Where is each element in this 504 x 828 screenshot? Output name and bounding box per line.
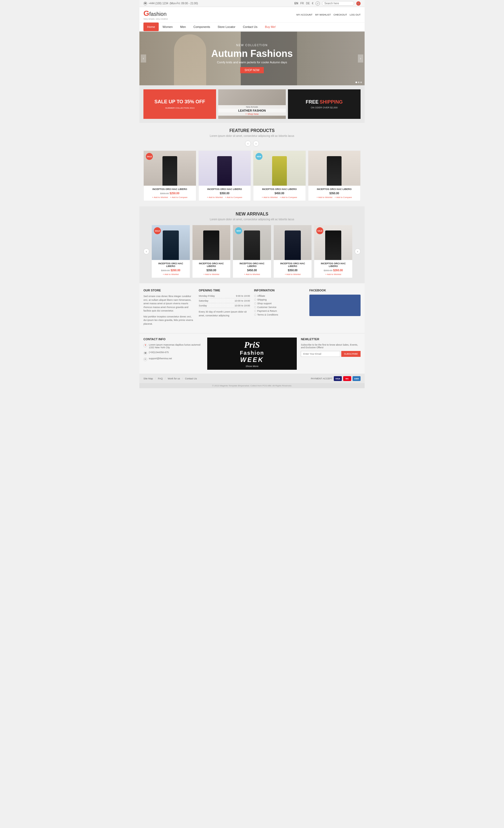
lang-fr[interactable]: FR: [300, 2, 304, 5]
navigation: Home Women Men Components Store Locator …: [139, 23, 365, 32]
cart-icon[interactable]: 🛒: [356, 1, 361, 6]
footer-work-for-us[interactable]: Work for us: [168, 377, 180, 380]
hours-sunday: Sunday 10:00 to 19:00: [199, 304, 250, 308]
footer-faq[interactable]: FAQ: [158, 377, 163, 380]
nav-contact-us[interactable]: Contact Us: [239, 23, 261, 31]
add-to-compare-3[interactable]: + Add to Compare: [280, 196, 297, 199]
promo-sale-banner[interactable]: SALE UP TO 35% OFF SUMMER COLLECTION 201…: [143, 89, 216, 119]
hero-content: NEW COLLECTION Autumn Fashions Comfy kni…: [211, 44, 293, 73]
logout-link[interactable]: LOG OUT: [350, 13, 361, 16]
na-wishlist-2[interactable]: + Add to Wishlist: [203, 273, 219, 276]
our-store-title: OUR STORE: [143, 289, 195, 292]
search-input[interactable]: [322, 1, 354, 6]
currency[interactable]: €: [312, 2, 313, 5]
my-wishlist-link[interactable]: MY WISHLIST: [315, 13, 331, 16]
hero-prev-button[interactable]: ‹: [141, 54, 146, 63]
newsletter-email-input[interactable]: [301, 351, 340, 357]
nav-store-locator[interactable]: Store Locator: [214, 23, 239, 31]
nav-home[interactable]: Home: [143, 23, 159, 31]
add-to-compare-1[interactable]: + Add to Compare: [170, 196, 188, 199]
na-wishlist-4[interactable]: + Add to Wishlist: [285, 273, 301, 276]
na-wishlist-1[interactable]: + Add to Wishlist: [163, 273, 179, 276]
info-shop-support[interactable]: Shop support: [254, 302, 305, 305]
info-shipping[interactable]: Shipping: [254, 298, 305, 301]
nav-buy-me[interactable]: Buy Me!: [261, 23, 279, 31]
logo-tagline: Very simple, very creative: [143, 18, 168, 20]
newsletter-subscribe-button[interactable]: SUBSCRIBE: [341, 351, 361, 357]
hero-next-button[interactable]: ›: [358, 54, 363, 63]
hero-shop-now-button[interactable]: SHOP NOW: [240, 67, 264, 73]
footer-bottom-row: CONTACT INFO 📍 Lorem ipsum maecenas dapi…: [139, 333, 365, 374]
featured-next-button[interactable]: ›: [253, 140, 259, 147]
new-arrival-name-5: INCEPTOS ORCI HAC LIBERO: [316, 262, 350, 267]
lang-en[interactable]: EN: [294, 2, 298, 5]
newsletter-col: NEWLETTER Subscribe to be the first to k…: [301, 337, 361, 370]
new-arrivals-next-button[interactable]: ›: [355, 248, 361, 254]
add-to-wishlist-1[interactable]: + Add to Wishlist: [152, 196, 168, 199]
footer-our-store: OUR STORE Sed ornare cras donec libra in…: [143, 289, 195, 328]
logo-g: G: [143, 9, 149, 17]
footer-sitemap[interactable]: Site Map: [143, 377, 153, 380]
new-arrival-info-3: INCEPTOS ORCI HAC LIBERO $450.00 + Add t…: [233, 260, 271, 278]
header: Gfashion Very simple, very creative MY A…: [139, 7, 365, 23]
lang-de[interactable]: DE: [306, 2, 310, 5]
share-icon[interactable]: ⤢: [316, 1, 320, 6]
product-price-1: $300.00 $250.00: [146, 192, 194, 195]
new-arrival-name-4: INCEPTOS ORCI HAC LIBERO: [276, 262, 310, 267]
new-arrivals-section: NEW ARRIVALS Lorem ipsum dolor sit amet,…: [139, 206, 365, 283]
info-customer-service[interactable]: Customer Service: [254, 306, 305, 308]
hero-dot-3[interactable]: [360, 82, 362, 83]
logo[interactable]: Gfashion Very simple, very creative: [143, 9, 168, 20]
promo-shipping-banner[interactable]: FREE SHIPPING ON ODER OVER $2,000: [288, 89, 361, 119]
new-arrivals-prev-button[interactable]: ‹: [143, 248, 149, 254]
checkout-link[interactable]: CHECKOUT: [333, 13, 347, 16]
opening-note: Every 30 day of month Lorem ipsum dolor …: [199, 310, 250, 318]
my-account-link[interactable]: MY ACCOUNT: [296, 13, 313, 16]
newsletter-description: Subscribe to be the first to know about …: [301, 343, 361, 349]
new-arrival-price-5: $300.00 $260.00: [316, 269, 350, 272]
add-to-wishlist-2[interactable]: + Add to Wishlist: [207, 196, 223, 199]
our-store-text1: Sed ornare cras donec libra integer cura…: [143, 295, 195, 313]
hero-dot-1[interactable]: [356, 82, 357, 83]
product-name-1: INCEPTOS ORCI HAC LIBERO: [146, 188, 194, 191]
add-to-wishlist-4[interactable]: + Add to Wishlist: [317, 196, 332, 199]
copyright: © 2013 Magento Template Bhiyamahal. Coll…: [139, 383, 365, 388]
footer-contact-us[interactable]: Contact Us: [185, 377, 197, 380]
info-affiliate[interactable]: Affiliate: [254, 295, 305, 297]
hero-image-right: [297, 32, 365, 85]
add-to-wishlist-3[interactable]: + Add to Wishlist: [262, 196, 277, 199]
add-to-compare-4[interactable]: + Add to Compare: [334, 196, 352, 199]
hero-dot-2[interactable]: [358, 82, 360, 83]
promo-leather-link[interactable]: + Shop Now: [218, 113, 285, 116]
phone-number: +444 (100) 1234: [148, 2, 168, 5]
product-name-4: INCEPTOS ORCI HAC LIBERO: [311, 188, 358, 191]
info-payment-return[interactable]: Payment & Return: [254, 309, 305, 312]
promo-sale-subtitle: SUMMER COLLECTION 2013: [165, 107, 194, 109]
footer-nav-links: Site Map / FAQ / Work for us / Contact U…: [143, 377, 197, 380]
paris-banner[interactable]: PriS Fashion WEEK Show More: [207, 337, 297, 370]
featured-products-grid: SALE INCEPTOS ORCI HAC LIBERO $300.00 $2…: [143, 151, 361, 201]
paris-show-more[interactable]: Show More: [245, 365, 259, 368]
hours-monday-friday: Monday-Friday 9:00 to 19:00: [199, 295, 250, 298]
opening-time-title: OPENING TIME: [199, 289, 250, 292]
new-arrival-image-2: [192, 225, 231, 260]
na-wishlist-3[interactable]: + Add to Wishlist: [244, 273, 260, 276]
nav-components[interactable]: Components: [189, 23, 214, 31]
information-title: INFORMATION: [254, 289, 305, 292]
na-wishlist-5[interactable]: + Add to Wishlist: [325, 273, 341, 276]
new-arrival-actions-2: + Add to Wishlist: [195, 273, 228, 276]
info-terms[interactable]: Terms & Conditions: [254, 314, 305, 316]
top-bar-left: ☎ +444 (100) 1234 (Mon-Fri: 09:00 - 21:0…: [143, 2, 198, 5]
paris-week: WEEK: [240, 356, 264, 364]
product-image-4: [308, 151, 361, 186]
product-badge-sale-1: SALE: [146, 153, 153, 160]
nav-men[interactable]: Men: [176, 23, 189, 31]
facebook-title: facebook: [309, 289, 361, 292]
add-to-compare-2[interactable]: + Add to Compare: [225, 196, 242, 199]
featured-prev-button[interactable]: ‹: [245, 140, 251, 147]
promo-leather-banner[interactable]: New Arrivals LEATHER FASHION + Shop Now: [218, 89, 285, 119]
new-arrival-info-4: INCEPTOS ORCI HAC LIBERO $350.00 + Add t…: [274, 260, 312, 278]
nav-women[interactable]: Women: [159, 23, 176, 31]
footer-information: INFORMATION Affiliate Shipping Shop supp…: [254, 289, 305, 328]
new-arrival-card-4: INCEPTOS ORCI HAC LIBERO $350.00 + Add t…: [273, 225, 312, 278]
